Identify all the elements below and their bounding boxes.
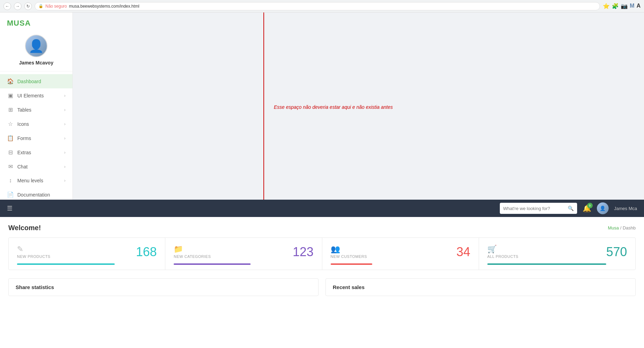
home-icon: 🏠: [7, 78, 14, 85]
sidebar-item-menu-levels[interactable]: ↕ Menu levels ›: [0, 174, 72, 188]
avatar: 👤: [25, 35, 47, 57]
red-vertical-line: [263, 12, 264, 200]
browser-action-buttons: ⭐ 🧩 📷 M A: [603, 3, 641, 9]
chevron-right-icon: ›: [64, 164, 66, 169]
recent-sales-title: Recent sales: [333, 284, 628, 290]
breadcrumb-home[interactable]: Musa: [608, 225, 619, 230]
sidebar-nav: 🏠 Dashboard ▣ UI Elements › ⊞ Tables › ☆…: [0, 71, 72, 205]
chevron-right-icon: ›: [64, 178, 66, 183]
forms-icon: 📋: [7, 135, 14, 141]
welcome-row: Welcome! Musa / Dashb: [8, 224, 636, 232]
icons-nav-icon: ☆: [7, 121, 14, 127]
stat-bar: [331, 263, 373, 265]
user-avatar-top[interactable]: 👤: [597, 202, 609, 214]
sidebar-item-label: Menu levels: [17, 178, 43, 183]
folder-icon: 📁: [174, 245, 211, 254]
share-statistics-card: Share statistics: [8, 278, 319, 296]
main-light-area: Esse espaço não deveria estar aqui e não…: [73, 12, 644, 200]
sidebar-item-documentation[interactable]: 📄 Documentation: [0, 188, 72, 202]
top-bar: ☰ 🔍 🔔 9 👤 James Mca: [0, 200, 644, 217]
back-button[interactable]: ←: [3, 2, 11, 10]
chevron-right-icon: ›: [64, 122, 66, 127]
ui-elements-icon: ▣: [7, 92, 14, 99]
extras-icon: ⊟: [7, 149, 14, 156]
sidebar-item-label: Chat: [17, 164, 28, 169]
stat-card-new-customers: 👥 NEW CUSTOMERS 34: [322, 238, 479, 270]
user-profile: 👤 James Mcavoy: [0, 31, 72, 71]
dashboard-content: Welcome! Musa / Dashb ✎ NEW PRODUCTS: [0, 217, 644, 303]
logo: MUSA: [0, 12, 72, 31]
stat-value: 123: [293, 245, 313, 259]
chevron-right-icon: ›: [64, 93, 66, 98]
cart-icon: 🛒: [487, 245, 519, 254]
reload-button[interactable]: ↻: [24, 2, 32, 10]
admin-panel: ☰ 🔍 🔔 9 👤 James Mca Welcome! Musa /: [0, 200, 644, 348]
sidebar-item-extras[interactable]: ⊟ Extras ›: [0, 145, 72, 159]
tables-icon: ⊞: [7, 106, 14, 113]
stat-header: 👥 NEW CUSTOMERS 34: [331, 245, 470, 259]
sidebar-item-label: UI Elements: [17, 93, 44, 98]
stat-bar: [174, 263, 251, 265]
url-text: musa.beewebsystems.com/index.html: [69, 4, 139, 9]
chevron-right-icon: ›: [64, 136, 66, 141]
sidebar-item-label: Forms: [17, 136, 31, 141]
sidebar-item-chat[interactable]: ✉ Chat ›: [0, 159, 72, 174]
error-message: Esse espaço não deveria estar aqui e não…: [274, 104, 393, 110]
sidebar-item-ui-elements[interactable]: ▣ UI Elements ›: [0, 88, 72, 103]
stat-header: 📁 NEW CATEGORIES 123: [174, 245, 313, 259]
sidebar-item-label: Icons: [17, 121, 29, 127]
stat-card-new-categories: 📁 NEW CATEGORIES 123: [165, 238, 322, 270]
browser-chrome: ← → ↻ 🔒 Não seguro musa.beewebsystems.co…: [0, 0, 644, 12]
stat-bar: [17, 263, 115, 265]
hamburger-icon[interactable]: ☰: [7, 205, 12, 212]
documentation-icon: 📄: [7, 191, 14, 198]
users-icon: 👥: [331, 245, 367, 254]
chat-icon: ✉: [7, 163, 14, 170]
address-bar[interactable]: 🔒 Não seguro musa.beewebsystems.com/inde…: [35, 2, 600, 10]
user-name-top: James Mca: [614, 206, 637, 211]
welcome-title: Welcome!: [8, 224, 41, 232]
bottom-row: Share statistics Recent sales: [8, 278, 636, 296]
stat-card-new-products: ✎ NEW PRODUCTS 168: [9, 238, 165, 270]
sidebar-item-label: Dashboard: [17, 79, 41, 84]
stats-row: ✎ NEW PRODUCTS 168 📁 NEW CATEGORIES: [8, 237, 636, 270]
stat-label: NEW PRODUCTS: [17, 254, 50, 259]
sidebar-item-tables[interactable]: ⊞ Tables ›: [0, 103, 72, 117]
sidebar-item-label: Tables: [17, 107, 31, 113]
forward-button[interactable]: →: [14, 2, 21, 10]
stat-label: ALL PRODUCTS: [487, 254, 519, 259]
search-box[interactable]: 🔍: [500, 203, 577, 214]
sidebar-item-dashboard[interactable]: 🏠 Dashboard: [0, 74, 72, 88]
lock-icon: 🔒: [38, 4, 43, 8]
sidebar-item-forms[interactable]: 📋 Forms ›: [0, 131, 72, 145]
breadcrumb: Musa / Dashb: [608, 225, 636, 230]
sidebar-item-icons[interactable]: ☆ Icons ›: [0, 117, 72, 131]
breadcrumb-current: Dashb: [623, 225, 636, 230]
recent-sales-card: Recent sales: [325, 278, 636, 296]
search-input[interactable]: [503, 206, 566, 211]
stat-value: 168: [136, 245, 157, 259]
stat-value: 570: [606, 245, 627, 259]
sidebar-item-label: Documentation: [17, 192, 50, 198]
stat-value: 34: [456, 245, 470, 259]
notification-bell[interactable]: 🔔 9: [583, 204, 591, 212]
stat-label: NEW CATEGORIES: [174, 254, 211, 259]
notification-badge: 9: [587, 203, 593, 208]
sidebar: MUSA 👤 James Mcavoy 🏠 Dashboard ▣ UI Ele…: [0, 12, 73, 200]
stat-label: NEW CUSTOMERS: [331, 254, 367, 259]
chevron-right-icon: ›: [64, 107, 66, 112]
stat-header: ✎ NEW PRODUCTS 168: [17, 245, 157, 259]
username: James Mcavoy: [19, 60, 53, 66]
search-icon: 🔍: [568, 206, 574, 211]
stat-header: 🛒 ALL PRODUCTS 570: [487, 245, 627, 259]
not-secure-label: Não seguro: [45, 4, 67, 9]
share-statistics-title: Share statistics: [16, 284, 311, 290]
menu-levels-icon: ↕: [7, 177, 14, 184]
stat-bar: [487, 263, 606, 265]
edit-icon: ✎: [17, 245, 50, 254]
app-container: MUSA 👤 James Mcavoy 🏠 Dashboard ▣ UI Ele…: [0, 12, 644, 348]
sidebar-item-label: Extras: [17, 150, 31, 155]
chevron-right-icon: ›: [64, 150, 66, 155]
stat-card-all-products: 🛒 ALL PRODUCTS 570: [479, 238, 635, 270]
